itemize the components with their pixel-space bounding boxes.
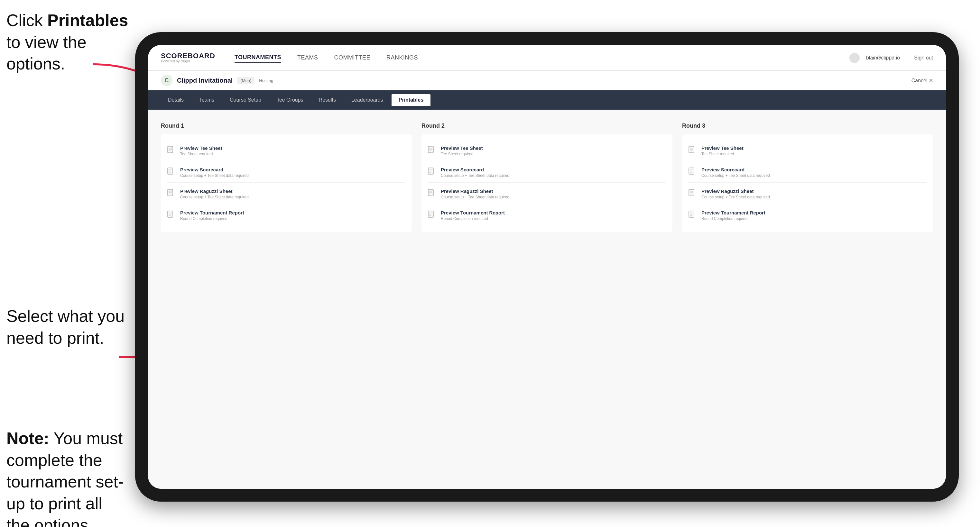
round-3-raguzzi-title: Preview Raguzzi Sheet (702, 189, 770, 194)
round-1-title: Round 1 (161, 122, 412, 129)
top-nav-right: blair@clippd.io | Sign out (850, 53, 933, 63)
nav-rankings[interactable]: RANKINGS (387, 53, 418, 63)
round-2-title: Round 2 (422, 122, 673, 129)
round-3-tournament-report-sub: Round Completion required (702, 216, 765, 221)
round-3-scorecard-title: Preview Scorecard (702, 167, 770, 172)
round-3-scorecard-text: Preview Scorecard Course setup + Tee She… (702, 167, 770, 178)
tablet-screen: SCOREBOARD Powered by clippd TOURNAMENTS… (148, 45, 946, 489)
round-2-raguzzi-title: Preview Raguzzi Sheet (441, 189, 509, 194)
tablet-frame: SCOREBOARD Powered by clippd TOURNAMENTS… (135, 32, 959, 502)
instruction-middle: Select what you need to print. (6, 305, 129, 349)
document-icon-5 (428, 146, 437, 156)
document-icon-7 (428, 189, 437, 199)
round-3-tee-sheet-sub: Tee Sheet required (702, 152, 743, 156)
round-1-section: Round 1 (161, 122, 412, 232)
document-icon (167, 146, 176, 156)
round-2-tournament-report-sub: Round Completion required (441, 216, 505, 221)
tab-leaderboards[interactable]: Leaderboards (344, 94, 390, 106)
main-content: Round 1 (148, 110, 946, 489)
instruction-bottom-bold: Note: (6, 429, 49, 448)
instruction-top-text2: to view the options. (6, 33, 86, 73)
round-3-tee-sheet[interactable]: Preview Tee Sheet Tee Sheet required (689, 141, 927, 161)
user-avatar (850, 53, 860, 63)
round-3-scorecard-sub: Course setup + Tee Sheet data required (702, 173, 770, 178)
round-1-tee-sheet[interactable]: Preview Tee Sheet Tee Sheet required (167, 141, 406, 161)
document-icon-9 (689, 146, 697, 156)
round-2-raguzzi[interactable]: Preview Raguzzi Sheet Course setup + Tee… (428, 184, 666, 204)
round-1-tournament-report-title: Preview Tournament Report (180, 210, 244, 216)
round-3-raguzzi[interactable]: Preview Raguzzi Sheet Course setup + Tee… (689, 184, 927, 204)
round-3-section: Round 3 Preview Tee Sheet Tee Sheet requ… (682, 122, 933, 232)
tab-tee-groups[interactable]: Tee Groups (270, 94, 310, 106)
round-3-title: Round 3 (682, 122, 933, 129)
tournament-left: C Clippd Invitational (Men) Hosting (161, 75, 273, 86)
instruction-middle-text: Select what you need to print. (6, 307, 124, 347)
round-2-section: Round 2 Preview Tee Sheet Tee Sheet requ… (422, 122, 673, 232)
round-3-tournament-report[interactable]: Preview Tournament Report Round Completi… (689, 205, 927, 225)
round-3-card: Preview Tee Sheet Tee Sheet required Pre… (682, 134, 933, 232)
round-2-scorecard-title: Preview Scorecard (441, 167, 509, 172)
sub-nav: Details Teams Course Setup Tee Groups Re… (148, 90, 946, 110)
tab-details[interactable]: Details (161, 94, 191, 106)
top-nav-links: TOURNAMENTS TEAMS COMMITTEE RANKINGS (235, 52, 830, 63)
tournament-badge: (Men) (237, 77, 255, 84)
tab-teams[interactable]: Teams (192, 94, 221, 106)
separator: | (906, 55, 908, 61)
instruction-top: Click Printables to view the options. (6, 10, 129, 75)
scoreboard-logo: SCOREBOARD Powered by clippd (161, 52, 215, 63)
nav-teams[interactable]: TEAMS (297, 53, 318, 63)
round-1-scorecard[interactable]: Preview Scorecard Course setup + Tee She… (167, 162, 406, 183)
round-2-tee-sheet-text: Preview Tee Sheet Tee Sheet required (441, 145, 483, 156)
round-1-raguzzi-text: Preview Raguzzi Sheet Course setup + Tee… (180, 189, 249, 199)
round-3-tee-sheet-title: Preview Tee Sheet (702, 145, 743, 151)
round-2-tournament-report-text: Preview Tournament Report Round Completi… (441, 210, 505, 221)
round-2-scorecard-sub: Course setup + Tee Sheet data required (441, 173, 509, 178)
round-1-scorecard-sub: Course setup + Tee Sheet data required (180, 173, 249, 178)
round-1-scorecard-title: Preview Scorecard (180, 167, 249, 172)
round-3-scorecard[interactable]: Preview Scorecard Course setup + Tee She… (689, 162, 927, 183)
round-2-tee-sheet-sub: Tee Sheet required (441, 152, 483, 156)
round-2-scorecard-text: Preview Scorecard Course setup + Tee She… (441, 167, 509, 178)
tab-results[interactable]: Results (312, 94, 343, 106)
document-icon-4 (167, 211, 176, 221)
round-3-raguzzi-text: Preview Raguzzi Sheet Course setup + Tee… (702, 189, 770, 199)
tab-course-setup[interactable]: Course Setup (223, 94, 268, 106)
logo-title: SCOREBOARD (161, 52, 215, 59)
round-2-scorecard[interactable]: Preview Scorecard Course setup + Tee She… (428, 162, 666, 183)
document-icon-8 (428, 211, 437, 221)
cancel-button[interactable]: Cancel ✕ (912, 78, 933, 84)
sign-out-link[interactable]: Sign out (914, 55, 933, 61)
round-1-tee-sheet-sub: Tee Sheet required (180, 152, 222, 156)
round-2-raguzzi-sub: Course setup + Tee Sheet data required (441, 195, 509, 199)
round-3-tee-sheet-text: Preview Tee Sheet Tee Sheet required (702, 145, 743, 156)
round-3-tournament-report-text: Preview Tournament Report Round Completi… (702, 210, 765, 221)
round-1-raguzzi-title: Preview Raguzzi Sheet (180, 189, 249, 194)
round-1-scorecard-text: Preview Scorecard Course setup + Tee She… (180, 167, 249, 178)
tournament-logo: C (161, 75, 172, 86)
round-2-tournament-report-title: Preview Tournament Report (441, 210, 505, 216)
round-2-tee-sheet[interactable]: Preview Tee Sheet Tee Sheet required (428, 141, 666, 161)
nav-tournaments[interactable]: TOURNAMENTS (235, 52, 281, 63)
rounds-grid: Round 1 (161, 122, 933, 232)
round-1-tournament-report[interactable]: Preview Tournament Report Round Completi… (167, 205, 406, 225)
user-email: blair@clippd.io (866, 55, 900, 61)
round-3-tournament-report-title: Preview Tournament Report (702, 210, 765, 216)
document-icon-11 (689, 189, 697, 199)
document-icon-10 (689, 168, 697, 178)
tournament-header: C Clippd Invitational (Men) Hosting Canc… (148, 71, 946, 90)
round-2-card: Preview Tee Sheet Tee Sheet required Pre… (422, 134, 673, 232)
instruction-top-text1: Click (6, 11, 47, 30)
round-1-raguzzi-sub: Course setup + Tee Sheet data required (180, 195, 249, 199)
round-2-tournament-report[interactable]: Preview Tournament Report Round Completi… (428, 205, 666, 225)
round-1-tee-sheet-text: Preview Tee Sheet Tee Sheet required (180, 145, 222, 156)
instruction-top-bold: Printables (47, 11, 128, 30)
logo-subtitle: Powered by clippd (161, 59, 215, 63)
round-1-raguzzi[interactable]: Preview Raguzzi Sheet Course setup + Tee… (167, 184, 406, 204)
round-2-tee-sheet-title: Preview Tee Sheet (441, 145, 483, 151)
tab-printables[interactable]: Printables (391, 94, 431, 106)
round-1-tournament-report-text: Preview Tournament Report Round Completi… (180, 210, 244, 221)
top-nav: SCOREBOARD Powered by clippd TOURNAMENTS… (148, 45, 946, 71)
nav-committee[interactable]: COMMITTEE (334, 53, 371, 63)
round-3-raguzzi-sub: Course setup + Tee Sheet data required (702, 195, 770, 199)
document-icon-2 (167, 168, 176, 178)
